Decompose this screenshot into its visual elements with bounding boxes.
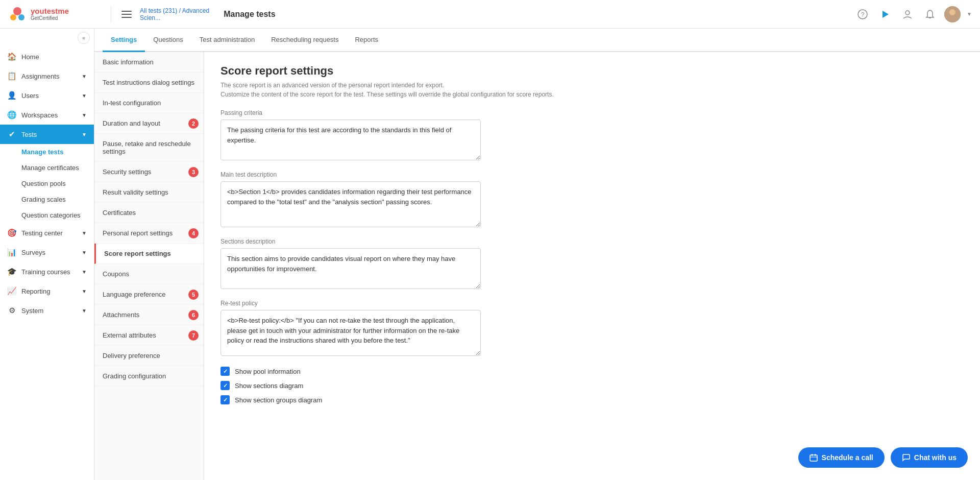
nav-attachments[interactable]: Attachments 6 xyxy=(94,305,204,325)
sidebar-label-assignments: Assignments xyxy=(21,73,77,80)
nav-basic-info[interactable]: Basic information xyxy=(94,52,204,73)
sidebar-label-reporting: Reporting xyxy=(21,287,77,295)
chevron-down-icon: ▼ xyxy=(82,269,87,275)
badge-4: 4 xyxy=(188,228,199,238)
sections-desc-label: Sections description xyxy=(220,238,964,245)
logo-text: youtestme GetCertified xyxy=(31,7,69,21)
passing-criteria-input[interactable]: The passing criteria for this test are a… xyxy=(220,119,481,160)
sidebar-item-users[interactable]: 👤 Users ▼ xyxy=(0,86,94,105)
tab-settings[interactable]: Settings xyxy=(103,29,145,52)
main-desc-group: Main test description <b>Section 1</b> p… xyxy=(220,171,964,229)
tab-questions[interactable]: Questions xyxy=(145,29,191,52)
nav-personal-report[interactable]: Personal report settings 4 xyxy=(94,223,204,244)
nav-coupons[interactable]: Coupons xyxy=(94,264,204,284)
sections-desc-group: Sections description This section aims t… xyxy=(220,238,964,291)
nav-delivery-pref[interactable]: Delivery preference xyxy=(94,346,204,366)
nav-duration-layout[interactable]: Duration and layout 2 xyxy=(94,113,204,134)
retest-policy-input[interactable]: <b>Re-test policy:</b> "If you can not r… xyxy=(220,310,481,356)
show-pool-checkbox[interactable] xyxy=(220,367,230,376)
home-icon: 🏠 xyxy=(7,52,16,61)
nav-grading-config[interactable]: Grading configuration xyxy=(94,366,204,387)
reporting-icon: 📈 xyxy=(7,286,16,296)
sidebar-item-assignments[interactable]: 📋 Assignments ▼ xyxy=(0,66,94,86)
sidebar-item-workspaces[interactable]: 🌐 Workspaces ▼ xyxy=(0,105,94,125)
assignments-icon: 📋 xyxy=(7,71,16,81)
logo-main-text: youtestme xyxy=(31,7,69,16)
nav-test-instructions[interactable]: Test instructions dialog settings xyxy=(94,73,204,93)
tab-reports[interactable]: Reports xyxy=(347,29,386,52)
score-report-title: Score report settings xyxy=(220,64,964,78)
nav-result-validity[interactable]: Result validity settings xyxy=(94,182,204,203)
badge-2: 2 xyxy=(188,118,199,129)
logo-sub-text: GetCertified xyxy=(31,15,69,21)
collapse-button[interactable]: « xyxy=(78,32,90,44)
bottom-buttons: Schedule a call Chat with us xyxy=(798,447,968,468)
sidebar-sub-grading-scales[interactable]: Grading scales xyxy=(0,191,94,207)
chevron-down-icon: ▼ xyxy=(82,93,87,99)
sidebar-sub-manage-certs[interactable]: Manage certificates xyxy=(0,160,94,176)
nav-language-pref[interactable]: Language preference 5 xyxy=(94,284,204,305)
chevron-down-icon: ▼ xyxy=(82,250,87,255)
sidebar-label-testing-center: Testing center xyxy=(21,229,77,237)
sidebar-label-workspaces: Workspaces xyxy=(21,111,77,119)
sidebar-item-home[interactable]: 🏠 Home xyxy=(0,47,94,66)
sidebar-sub-question-cats[interactable]: Question categories xyxy=(0,207,94,223)
play-button[interactable] xyxy=(877,6,893,22)
bell-button[interactable] xyxy=(922,6,938,22)
svg-text:?: ? xyxy=(861,11,865,18)
topbar: youtestme GetCertified All tests (231) /… xyxy=(0,0,980,29)
sidebar-item-reporting[interactable]: 📈 Reporting ▼ xyxy=(0,281,94,301)
svg-rect-9 xyxy=(810,455,817,461)
hamburger-button[interactable] xyxy=(119,9,134,20)
schedule-call-button[interactable]: Schedule a call xyxy=(798,447,885,468)
sidebar-collapse: « xyxy=(0,29,94,47)
tab-rescheduling[interactable]: Rescheduling requests xyxy=(263,29,347,52)
chevron-down-icon: ▼ xyxy=(82,132,87,137)
nav-external-attrs[interactable]: External attributes 7 xyxy=(94,325,204,346)
nav-security-settings[interactable]: Security settings 3 xyxy=(94,162,204,182)
show-pool-label: Show pool information xyxy=(235,368,301,375)
breadcrumb-separator: / xyxy=(179,7,181,14)
breadcrumb: All tests (231) / Advanced Scien... xyxy=(140,7,220,21)
retest-policy-label: Re-test policy xyxy=(220,300,964,307)
help-button[interactable]: ? xyxy=(854,6,871,22)
logo-area: youtestme GetCertified xyxy=(8,5,103,23)
passing-criteria-label: Passing criteria xyxy=(220,109,964,116)
breadcrumb-all-tests[interactable]: All tests (231) xyxy=(140,7,177,14)
user-icon-button[interactable] xyxy=(899,6,916,22)
sidebar-item-system[interactable]: ⚙ System ▼ xyxy=(0,301,94,320)
chevron-down-icon: ▼ xyxy=(82,230,87,236)
chat-button[interactable]: Chat with us xyxy=(891,447,968,468)
sidebar-label-surveys: Surveys xyxy=(21,249,77,256)
sidebar-item-testing-center[interactable]: 🎯 Testing center ▼ xyxy=(0,223,94,243)
topbar-actions: ? ▼ xyxy=(854,6,972,22)
show-section-groups-checkbox[interactable] xyxy=(220,395,230,404)
nav-pause-retake[interactable]: Pause, retake and reschedule settings xyxy=(94,134,204,162)
avatar[interactable] xyxy=(944,6,961,22)
schedule-call-label: Schedule a call xyxy=(822,453,873,462)
nav-certificates[interactable]: Certificates xyxy=(94,203,204,223)
sidebar-item-tests[interactable]: ✔ Tests ▼ xyxy=(0,125,94,144)
sidebar-item-training-courses[interactable]: 🎓 Training courses ▼ xyxy=(0,262,94,281)
sidebar-sub-manage-tests[interactable]: Manage tests xyxy=(0,144,94,160)
sidebar-item-surveys[interactable]: 📊 Surveys ▼ xyxy=(0,243,94,262)
subtitle-line2: Customize the content of the score repor… xyxy=(220,90,964,99)
sidebar-label-tests: Tests xyxy=(21,131,77,138)
show-sections-checkbox[interactable] xyxy=(220,381,230,390)
svg-point-0 xyxy=(13,7,21,15)
tests-icon: ✔ xyxy=(7,130,16,139)
show-pool-row: Show pool information xyxy=(220,367,964,376)
nav-score-report[interactable]: Score report settings xyxy=(94,244,204,264)
main-desc-input[interactable]: <b>Section 1</b> provides candidates inf… xyxy=(220,181,481,227)
badge-3: 3 xyxy=(188,167,199,177)
sidebar: « 🏠 Home 📋 Assignments ▼ 👤 Users ▼ 🌐 Wor… xyxy=(0,29,94,480)
tab-test-admin[interactable]: Test administration xyxy=(191,29,263,52)
workspaces-icon: 🌐 xyxy=(7,110,16,119)
nav-in-test-config[interactable]: In-test configuration xyxy=(94,93,204,113)
svg-point-2 xyxy=(18,14,24,20)
sidebar-sub-question-pools[interactable]: Question pools xyxy=(0,176,94,191)
sidebar-label-home: Home xyxy=(21,53,87,61)
show-sections-row: Show sections diagram xyxy=(220,381,964,390)
sections-desc-input[interactable]: This section aims to provide candidates … xyxy=(220,248,481,289)
badge-5: 5 xyxy=(188,290,199,300)
